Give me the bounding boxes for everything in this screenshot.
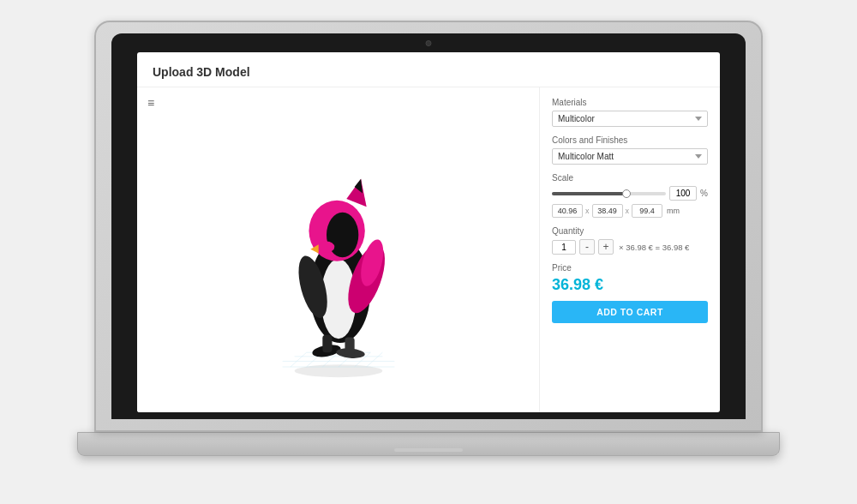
svg-line-5 <box>291 352 307 367</box>
quantity-label: Quantity <box>552 226 708 236</box>
laptop-base <box>77 432 780 456</box>
screen-lid: Upload 3D Model ≡ <box>94 21 763 432</box>
colors-finishes-label: Colors and Finishes <box>552 135 708 145</box>
materials-select[interactable]: Multicolor Metal Plastic <box>552 111 708 127</box>
app-header: Upload 3D Model <box>137 52 720 87</box>
trackpad-notch <box>394 448 463 452</box>
scale-value-input[interactable] <box>669 186 697 201</box>
materials-section: Materials Multicolor Metal Plastic <box>552 98 708 127</box>
quantity-minus-button[interactable]: - <box>579 239 595 255</box>
quantity-input[interactable] <box>552 240 576 255</box>
scale-slider-fill <box>552 192 626 195</box>
penguin-model <box>261 139 416 379</box>
quantity-section: Quantity - + × 36.98 € = 36.98 € <box>552 226 708 255</box>
scale-unit: % <box>700 189 708 198</box>
scale-slider[interactable] <box>552 192 666 195</box>
scale-label: Scale <box>552 173 708 183</box>
add-to-cart-button[interactable]: ADD TO CART <box>552 301 708 323</box>
dim-unit: mm <box>667 207 680 215</box>
dim-y-input[interactable] <box>592 204 623 218</box>
quantity-plus-button[interactable]: + <box>598 239 614 255</box>
price-section: Price 36.98 € ADD TO CART <box>552 263 708 323</box>
materials-label: Materials <box>552 98 708 107</box>
screen-bezel: Upload 3D Model ≡ <box>111 33 746 419</box>
price-value: 36.98 € <box>552 276 708 294</box>
app-body: ≡ <box>137 87 720 412</box>
price-label: Price <box>552 263 708 273</box>
webcam <box>426 40 432 46</box>
scale-section: Scale % <box>552 173 708 218</box>
svg-marker-14 <box>346 178 366 207</box>
dim-x-input[interactable] <box>552 204 583 218</box>
colors-finishes-select[interactable]: Multicolor Matt Multicolor Gloss <box>552 148 708 165</box>
svg-line-10 <box>366 352 382 367</box>
quantity-formula: × 36.98 € = 36.98 € <box>619 243 689 252</box>
dim-x-sep: x <box>585 207 590 215</box>
model-viewer: ≡ <box>137 87 540 412</box>
app-container: Upload 3D Model ≡ <box>137 52 720 412</box>
quantity-row: - + × 36.98 € = 36.98 € <box>552 239 708 255</box>
dim-y-sep: x <box>626 207 630 215</box>
right-panel: Materials Multicolor Metal Plastic Color… <box>540 87 720 412</box>
scale-slider-thumb <box>622 189 631 198</box>
svg-rect-24 <box>322 334 332 352</box>
penguin-area <box>244 122 433 379</box>
page-title: Upload 3D Model <box>153 65 250 79</box>
hamburger-icon[interactable]: ≡ <box>147 96 154 110</box>
colors-finishes-section: Colors and Finishes Multicolor Matt Mult… <box>552 135 708 165</box>
svg-rect-25 <box>345 337 354 355</box>
laptop-container: Upload 3D Model ≡ <box>77 21 780 483</box>
dim-z-input[interactable] <box>632 204 662 218</box>
dimensions-row: x x mm <box>552 204 708 218</box>
svg-point-17 <box>318 241 334 252</box>
screen-content: Upload 3D Model ≡ <box>137 52 720 412</box>
scale-row: % <box>552 186 708 201</box>
svg-point-0 <box>294 364 382 377</box>
